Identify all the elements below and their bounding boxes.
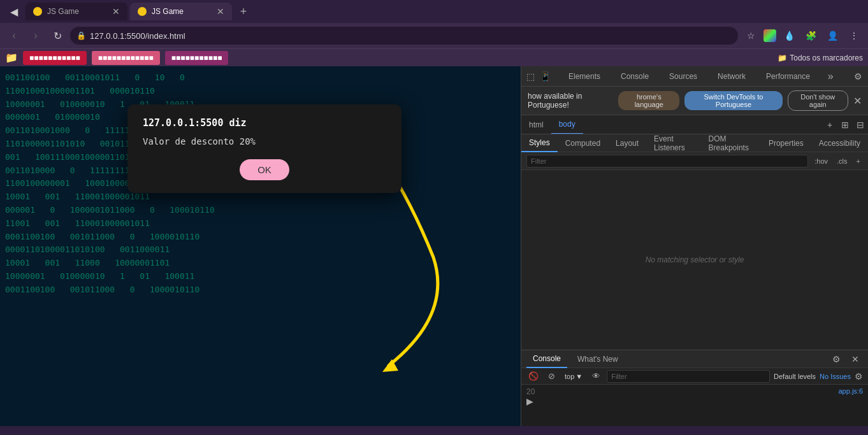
bookmarks-bar: 📁 ■■■■■■■■■■■ ■■■■■■■■■■■■ ■■■■■■■■■■■ 📁… <box>0 48 868 66</box>
matrix-row-1: 110010001000001101 000010110 <box>5 85 516 98</box>
alert-dialog: 127.0.0.1:5500 diz Valor de desconto 20%… <box>127 104 401 193</box>
extensions-icon[interactable]: 🧩 <box>802 27 820 45</box>
console-gear-icon[interactable]: ⚙ <box>855 371 863 382</box>
tab-close-2[interactable]: ✕ <box>217 6 224 17</box>
plus-badge[interactable]: + <box>854 157 863 165</box>
console-top-selector[interactable]: top ▼ <box>562 371 585 382</box>
console-settings-icon[interactable]: ⚙ <box>828 352 844 367</box>
bookmark-item-2[interactable]: ■■■■■■■■■■■■ <box>92 51 160 65</box>
devtools-tab-network[interactable]: Network <box>710 67 753 86</box>
subtab-icon-1[interactable]: + <box>822 117 837 132</box>
notif-dont-show-button[interactable]: Don't show again <box>788 90 849 111</box>
bookmark-item-3[interactable]: ■■■■■■■■■■■ <box>165 51 229 65</box>
tab-back-btn[interactable]: ◀ <box>5 3 23 20</box>
nav-icons-right: ☆ 💧 🧩 👤 ⋮ <box>742 27 863 45</box>
console-area: Console What's New ⚙ ✕ 🚫 ⊘ top ▼ 👁 Defau… <box>521 350 868 426</box>
styles-header: Styles Computed Layout Event Listeners D… <box>521 134 868 152</box>
subtab-body[interactable]: body <box>551 115 583 134</box>
devtools-tab-sources[interactable]: Sources <box>662 67 705 86</box>
back-button[interactable]: ‹ <box>5 27 23 45</box>
devtools-settings-icon[interactable]: ⚙ <box>854 69 862 84</box>
notification-close-icon[interactable]: ✕ <box>853 95 862 107</box>
tab-label-2: JS Game <box>152 7 184 16</box>
browser-tab-2[interactable]: JS Game ✕ <box>130 3 232 20</box>
nav-bar: ‹ › ↻ 🔒 127.0.0.1:5500/index.html ☆ 💧 🧩 … <box>0 23 868 48</box>
devtools-tab-performance[interactable]: Performance <box>758 67 818 86</box>
reload-button[interactable]: ↻ <box>48 27 66 45</box>
subtab-html[interactable]: html <box>521 115 551 134</box>
devtools-notification: how available in Portuguese! hrome's lan… <box>521 87 868 115</box>
console-no-issues[interactable]: No Issues <box>820 373 851 380</box>
console-eye-icon[interactable]: 👁 <box>589 369 603 383</box>
browser-chrome: ◀ JS Game ✕ JS Game ✕ + ‹ › ↻ 🔒 127.0.0.… <box>0 0 868 48</box>
console-default-levels[interactable]: Default levels <box>774 373 816 380</box>
colorful-icon[interactable] <box>763 29 776 42</box>
tab-close-1[interactable]: ✕ <box>112 6 120 17</box>
devtools-tab-console[interactable]: Console <box>613 67 656 86</box>
console-close-icon[interactable]: ✕ <box>848 352 863 367</box>
console-clear-icon[interactable]: 🚫 <box>526 369 540 383</box>
menu-button[interactable]: ⋮ <box>845 27 863 45</box>
main-page: 001100100 00110001011 0 10 0 11001000100… <box>0 66 521 426</box>
star-button[interactable]: ☆ <box>742 27 760 45</box>
expand-arrow-icon[interactable]: ▶ <box>526 396 533 406</box>
subtab-icon-3[interactable]: ⊟ <box>853 117 868 132</box>
devtools-tab-more[interactable]: » <box>823 71 839 82</box>
matrix-row-11: 11001 001 110001000001011 <box>5 217 516 231</box>
devtools-subtab-bar: html body + ⊞ ⊟ <box>521 115 868 134</box>
styles-tab-layout[interactable]: Layout <box>608 134 646 152</box>
styles-tab-event-listeners[interactable]: Event Listeners <box>646 134 700 152</box>
drop-icon[interactable]: 💧 <box>780 27 798 45</box>
console-line-number: 20 <box>526 387 542 396</box>
tab-favicon-2 <box>138 7 147 16</box>
tab-bar: ◀ JS Game ✕ JS Game ✕ + <box>0 0 868 23</box>
console-ban-icon[interactable]: ⊘ <box>544 369 558 383</box>
matrix-row-12: 0001100100 001011000 0 1000010110 <box>5 231 516 244</box>
notif-lang-button[interactable]: hrome's language <box>618 91 679 110</box>
tab-favicon-1 <box>33 7 42 16</box>
console-filter-input[interactable] <box>607 370 770 383</box>
bookmarks-folder-icon: 📁 <box>5 52 18 64</box>
styles-tab-styles[interactable]: Styles <box>521 134 558 152</box>
devtools-tab-elements[interactable]: Elements <box>561 67 608 86</box>
forward-button[interactable]: › <box>27 27 45 45</box>
bookmark-label-3: ■■■■■■■■■■■ <box>171 53 222 62</box>
bookmark-label-2: ■■■■■■■■■■■■ <box>98 53 154 62</box>
cls-badge[interactable]: .cls <box>834 157 850 165</box>
profile-icon[interactable]: 👤 <box>823 27 841 45</box>
console-toolbar: Console What's New ⚙ ✕ <box>521 350 868 368</box>
bookmarks-right: 📁 Todos os marcadores <box>778 53 863 62</box>
address-bar[interactable]: 🔒 127.0.0.1:5500/index.html <box>70 27 738 45</box>
console-line-source[interactable]: app.js:6 <box>838 387 863 395</box>
console-content: 20 app.js:6 ▶ <box>521 385 868 426</box>
filter-bar: :hov .cls + <box>521 152 868 170</box>
styles-tab-computed[interactable]: Computed <box>558 134 608 152</box>
no-match-area: No matching selector or style <box>521 170 868 350</box>
matrix-row-15: 10000001 010000010 1 01 100011 <box>5 270 516 283</box>
bookmark-label-1: ■■■■■■■■■■■ <box>29 53 80 62</box>
styles-tab-dom-breakpoints[interactable]: DOM Breakpoints <box>701 134 761 152</box>
new-tab-button[interactable]: + <box>235 3 252 20</box>
matrix-row-16: 0001100100 001011000 0 1000010110 <box>5 283 516 297</box>
tab-label-1: JS Game <box>47 7 79 16</box>
styles-tab-accessibility[interactable]: Accessibility <box>811 134 868 152</box>
address-text: 127.0.0.1:5500/index.html <box>90 31 185 41</box>
filter-input[interactable] <box>526 155 808 168</box>
console-tab-whats-new[interactable]: What's New <box>571 350 625 368</box>
devtools-toolbar: ⬚ 📱 Elements Console Sources Network Per… <box>521 66 868 87</box>
subtab-icon-2[interactable]: ⊞ <box>837 117 853 132</box>
matrix-row-14: 10001 001 11000 10000001101 <box>5 257 516 270</box>
console-tab-console[interactable]: Console <box>526 350 567 368</box>
pseudo-class-badge[interactable]: :hov <box>812 157 830 165</box>
devtools-inspect-icon[interactable]: ⬚ <box>526 69 535 84</box>
alert-ok-button[interactable]: OK <box>240 159 289 180</box>
devtools-mobile-icon[interactable]: 📱 <box>540 69 551 84</box>
styles-tab-properties[interactable]: Properties <box>761 134 811 152</box>
console-top-arrow: ▼ <box>575 373 582 380</box>
notif-switch-button[interactable]: Switch DevTools to Portuguese <box>684 91 782 110</box>
notification-text: how available in Portuguese! <box>528 92 613 110</box>
matrix-row-10: 000001 0 1000001011000 0 100010110 <box>5 204 516 217</box>
console-top-bar: 🚫 ⊘ top ▼ 👁 Default levels No Issues ⚙ <box>521 368 868 385</box>
browser-tab-1[interactable]: JS Game ✕ <box>25 3 127 20</box>
bookmark-item-1[interactable]: ■■■■■■■■■■■ <box>23 51 87 65</box>
